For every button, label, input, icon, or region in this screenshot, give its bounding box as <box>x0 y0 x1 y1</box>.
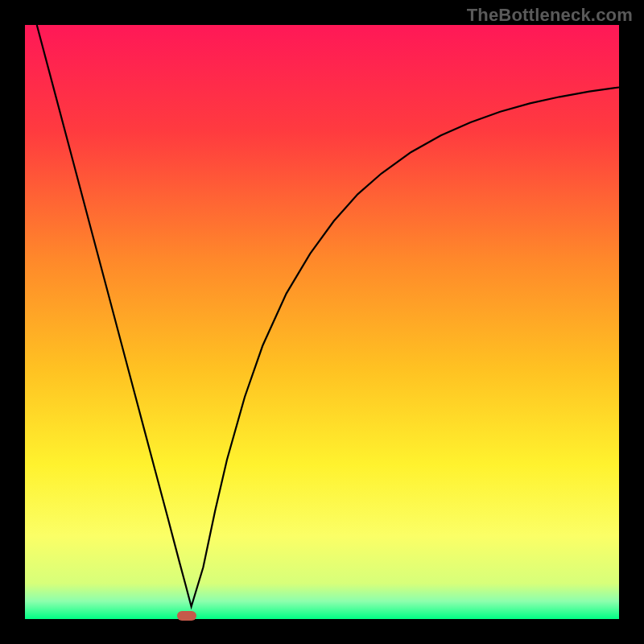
optimal-point-marker <box>177 611 196 621</box>
bottleneck-curve <box>37 25 619 607</box>
curve-layer <box>25 25 619 619</box>
watermark-text: TheBottleneck.com <box>467 5 633 26</box>
chart-canvas: TheBottleneck.com <box>0 0 644 644</box>
